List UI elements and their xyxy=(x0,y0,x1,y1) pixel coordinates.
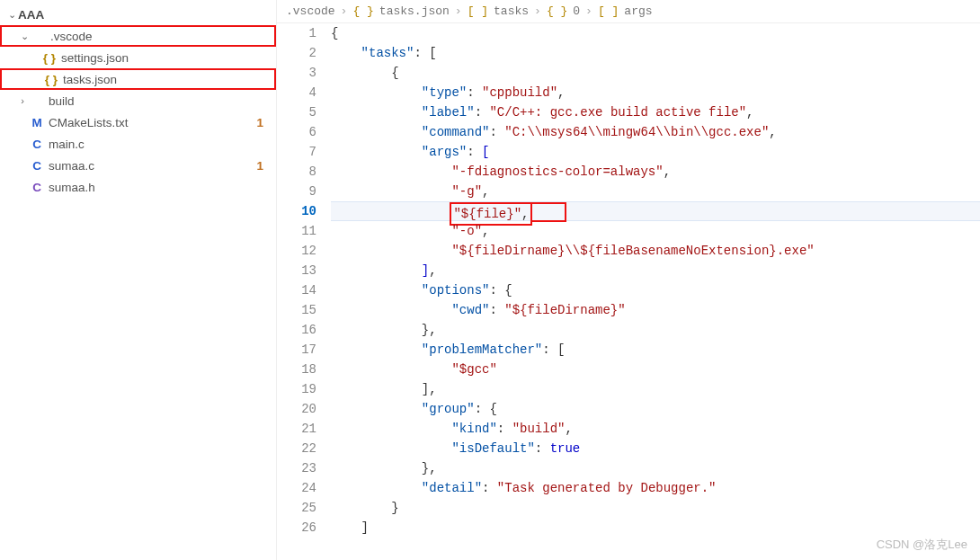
tree-item-label: sumaa.c xyxy=(49,159,256,173)
line-number: 17 xyxy=(277,340,316,360)
tree-file[interactable]: Csumaa.c1 xyxy=(0,155,276,176)
code-line[interactable]: ], xyxy=(331,261,980,280)
chevron-down-icon: ⌄ xyxy=(5,9,18,21)
code-line[interactable]: "kind": "build", xyxy=(331,419,980,439)
code-line[interactable]: { xyxy=(331,63,980,83)
breadcrumb-type-icon: { } xyxy=(547,4,567,18)
chevron-right-icon: › xyxy=(16,95,29,106)
breadcrumb-type-icon: [ ] xyxy=(468,4,488,18)
breadcrumb-segment[interactable]: tasks xyxy=(494,4,529,18)
line-number: 15 xyxy=(277,300,316,320)
watermark: CSDN @洛克Lee xyxy=(877,535,967,555)
code-area[interactable]: 1234567891011121314151617181920212223242… xyxy=(277,23,980,560)
line-number: 20 xyxy=(277,399,316,419)
code-line[interactable]: "${fileDirname}\\${fileBasenameNoExtensi… xyxy=(331,241,980,261)
code-line[interactable]: "command": "C:\\msys64\\mingw64\\bin\\gc… xyxy=(331,122,980,142)
breadcrumb-segment[interactable]: .vscode xyxy=(286,4,335,18)
line-number: 6 xyxy=(277,122,316,142)
line-number: 11 xyxy=(277,221,316,241)
line-number: 10 xyxy=(277,201,316,221)
breadcrumb-type-icon: { } xyxy=(352,4,373,18)
line-number: 19 xyxy=(277,379,316,399)
line-number: 12 xyxy=(277,241,316,261)
tree-root-label: AAA xyxy=(18,8,276,22)
code-line[interactable]: "-g", xyxy=(331,182,980,201)
line-number: 5 xyxy=(277,102,316,122)
problems-badge: 1 xyxy=(256,116,263,129)
code-line[interactable]: "-fdiagnostics-color=always", xyxy=(331,162,980,182)
tree-item-label: tasks.json xyxy=(63,73,274,86)
problems-badge: 1 xyxy=(256,159,263,173)
tree-item-label: CMakeLists.txt xyxy=(49,116,256,129)
line-number: 24 xyxy=(277,478,316,498)
line-number: 4 xyxy=(277,83,316,102)
line-number: 21 xyxy=(277,419,316,439)
tree-file[interactable]: Csumaa.h xyxy=(0,176,276,198)
code-line[interactable]: "group": { xyxy=(331,399,980,419)
chevron-right-icon: › xyxy=(534,4,541,18)
code-line[interactable]: }, xyxy=(331,320,980,340)
tree-item-label: .vscode xyxy=(50,30,274,43)
code-line[interactable]: "-o", xyxy=(331,221,980,241)
code-line[interactable]: } xyxy=(331,498,980,518)
line-number: 22 xyxy=(277,439,316,458)
code-line[interactable]: "type": "cppbuild", xyxy=(331,83,980,102)
code-line[interactable]: "args": [ xyxy=(331,142,980,162)
tree-item-label: main.c xyxy=(49,138,276,151)
breadcrumb-segment[interactable]: tasks.json xyxy=(379,4,450,18)
chevron-right-icon: › xyxy=(585,4,592,18)
tree-file[interactable]: MCMakeLists.txt1 xyxy=(0,111,276,133)
line-number: 23 xyxy=(277,458,316,478)
header-file-icon: C xyxy=(29,181,45,194)
line-number: 2 xyxy=(277,43,316,63)
chevron-down-icon: ⌄ xyxy=(18,31,31,42)
breadcrumb-segment[interactable]: 0 xyxy=(573,4,580,18)
code-content[interactable]: { "tasks": [ { "type": "cppbuild", "labe… xyxy=(331,23,980,560)
line-number: 16 xyxy=(277,320,316,340)
code-line[interactable]: }, xyxy=(331,458,980,478)
code-line[interactable]: "detail": "Task generated by Debugger." xyxy=(331,478,980,498)
tree-file[interactable]: { }settings.json xyxy=(0,47,276,68)
code-line[interactable]: "options": { xyxy=(331,280,980,300)
code-line[interactable]: "$gcc" xyxy=(331,360,980,379)
code-line[interactable]: ], xyxy=(331,379,980,399)
code-line[interactable]: "cwd": "${fileDirname}" xyxy=(331,300,980,320)
tree-item-label: build xyxy=(49,94,276,108)
line-number: 26 xyxy=(277,518,316,538)
file-explorer: ⌄ AAA ⌄.vscode{ }settings.json{ }tasks.j… xyxy=(0,0,277,560)
tree-folder[interactable]: ⌄.vscode xyxy=(0,25,276,47)
tree-item-label: sumaa.h xyxy=(49,181,276,194)
line-number: 9 xyxy=(277,182,316,201)
breadcrumb-type-icon: [ ] xyxy=(598,4,619,18)
tree-folder[interactable]: ›build xyxy=(0,90,276,111)
code-line[interactable]: "tasks": [ xyxy=(331,43,980,63)
code-line[interactable]: "${file}", xyxy=(331,201,980,221)
line-number: 13 xyxy=(277,261,316,280)
line-number: 25 xyxy=(277,498,316,518)
breadcrumb-segment[interactable]: args xyxy=(624,4,652,18)
c-file-icon: C xyxy=(29,159,45,173)
line-number: 14 xyxy=(277,280,316,300)
tree-item-label: settings.json xyxy=(61,51,276,65)
line-number: 18 xyxy=(277,360,316,379)
line-number-gutter: 1234567891011121314151617181920212223242… xyxy=(277,23,331,560)
editor-pane: .vscode›{ }tasks.json›[ ]tasks›{ }0›[ ]a… xyxy=(277,0,980,560)
code-line[interactable]: "problemMatcher": [ xyxy=(331,340,980,360)
tree-file[interactable]: { }tasks.json xyxy=(0,68,276,90)
code-line[interactable]: "isDefault": true xyxy=(331,439,980,458)
chevron-right-icon: › xyxy=(455,4,462,18)
json-icon: { } xyxy=(43,73,59,86)
line-number: 1 xyxy=(277,23,316,43)
breadcrumb[interactable]: .vscode›{ }tasks.json›[ ]tasks›{ }0›[ ]a… xyxy=(277,0,980,23)
code-line[interactable]: { xyxy=(331,23,980,43)
tree-file[interactable]: Cmain.c xyxy=(0,133,276,155)
code-line[interactable]: "label": "C/C++: gcc.exe build active fi… xyxy=(331,102,980,122)
line-number: 8 xyxy=(277,162,316,182)
chevron-right-icon: › xyxy=(341,4,348,18)
line-number: 7 xyxy=(277,142,316,162)
line-number: 3 xyxy=(277,63,316,83)
cmake-icon: M xyxy=(29,116,45,129)
json-icon: { } xyxy=(41,51,58,65)
tree-root[interactable]: ⌄ AAA xyxy=(0,4,276,25)
c-file-icon: C xyxy=(29,138,45,151)
